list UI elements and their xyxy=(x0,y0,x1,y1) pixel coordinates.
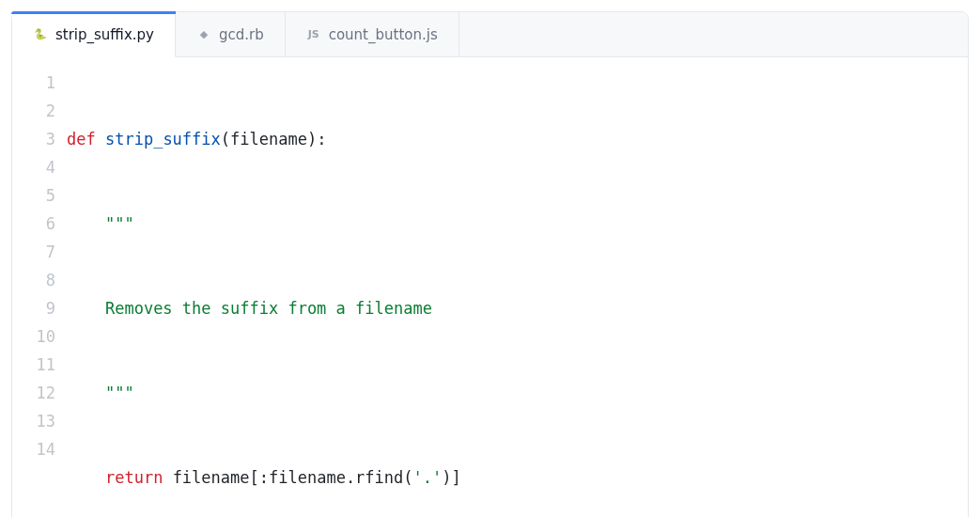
line-number: 1 xyxy=(12,69,55,97)
code-line: """ xyxy=(67,379,968,407)
ruby-icon: ◆ xyxy=(196,27,211,42)
tab-count-button-js[interactable]: JS count_button.js xyxy=(286,12,459,56)
tab-label: strip_suffix.py xyxy=(55,26,154,43)
line-number: 6 xyxy=(12,210,55,238)
python-icon: 🐍 xyxy=(33,27,48,42)
line-number: 7 xyxy=(12,238,55,266)
js-icon: JS xyxy=(306,27,321,42)
tab-gcd-rb[interactable]: ◆ gcd.rb xyxy=(176,12,286,56)
line-number: 9 xyxy=(12,294,55,322)
line-number: 4 xyxy=(12,153,55,181)
editor-frame: 🐍 strip_suffix.py ◆ gcd.rb JS count_butt… xyxy=(11,11,969,517)
line-gutter: 1 2 3 4 5 6 7 8 9 10 11 12 13 14 xyxy=(12,69,67,517)
line-number: 10 xyxy=(12,322,55,351)
line-number: 14 xyxy=(12,435,55,463)
code-content[interactable]: def strip_suffix(filename): """ Removes … xyxy=(67,69,968,517)
code-line: Removes the suffix from a filename xyxy=(67,294,968,322)
line-number: 11 xyxy=(12,351,55,379)
tab-strip-suffix-py[interactable]: 🐍 strip_suffix.py xyxy=(12,12,176,57)
code-line: """ xyxy=(67,210,968,238)
tab-label: gcd.rb xyxy=(219,26,264,43)
code-line: return filename[:filename.rfind('.')] xyxy=(67,463,968,492)
line-number: 2 xyxy=(12,97,55,125)
line-number: 3 xyxy=(12,125,55,153)
line-number: 5 xyxy=(12,181,55,210)
code-area[interactable]: 1 2 3 4 5 6 7 8 9 10 11 12 13 14 def str… xyxy=(12,57,968,517)
tab-bar: 🐍 strip_suffix.py ◆ gcd.rb JS count_butt… xyxy=(12,12,968,57)
tab-label: count_button.js xyxy=(329,26,438,43)
line-number: 12 xyxy=(12,379,55,407)
line-number: 8 xyxy=(12,266,55,294)
line-number: 13 xyxy=(12,407,55,435)
code-line: def strip_suffix(filename): xyxy=(67,125,968,153)
